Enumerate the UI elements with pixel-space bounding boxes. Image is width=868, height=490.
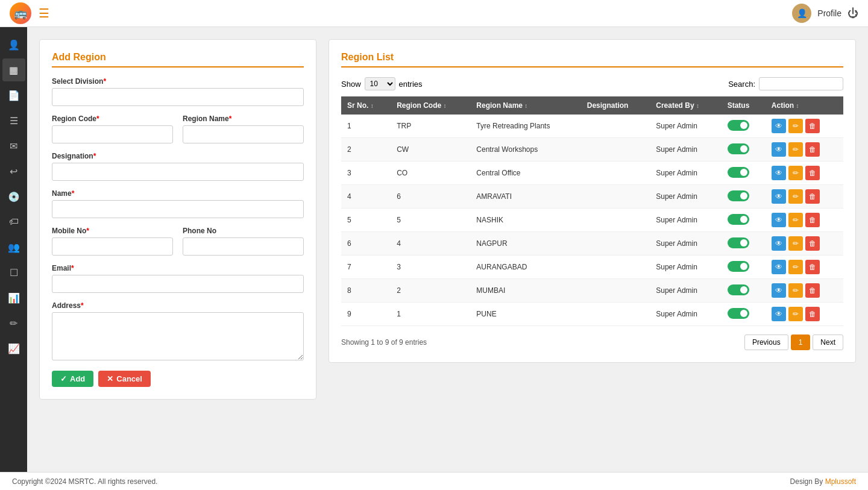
sidebar-item-chart[interactable]: 📊 bbox=[2, 286, 25, 309]
content-row: Add Region Select Division* Region Code*… bbox=[39, 39, 856, 400]
cell-code: 6 bbox=[391, 185, 470, 209]
check-icon: ✓ bbox=[60, 374, 67, 383]
cell-designation bbox=[581, 303, 650, 326]
power-icon[interactable]: ⏻ bbox=[848, 7, 858, 20]
cell-code: CO bbox=[391, 162, 470, 185]
cell-status bbox=[722, 138, 766, 162]
action-btns: 👁 ✏ 🗑 bbox=[772, 119, 837, 133]
cell-sr: 9 bbox=[341, 303, 391, 326]
mobile-no-input[interactable] bbox=[52, 237, 173, 256]
email-input[interactable] bbox=[52, 275, 304, 293]
view-button[interactable]: 👁 bbox=[772, 166, 786, 180]
status-toggle[interactable] bbox=[728, 237, 749, 248]
status-toggle[interactable] bbox=[728, 120, 749, 131]
view-button[interactable]: 👁 bbox=[772, 213, 786, 227]
sidebar-item-tag[interactable]: 🏷 bbox=[2, 210, 25, 233]
sidebar-item-back[interactable]: ↩ bbox=[2, 160, 25, 183]
name-input[interactable] bbox=[52, 200, 304, 218]
edit-button[interactable]: ✏ bbox=[788, 189, 803, 204]
select-division-input[interactable] bbox=[52, 88, 304, 106]
delete-button[interactable]: 🗑 bbox=[805, 166, 820, 180]
view-button[interactable]: 👁 bbox=[772, 260, 786, 274]
edit-button[interactable]: ✏ bbox=[788, 166, 803, 180]
view-button[interactable]: 👁 bbox=[772, 236, 786, 251]
status-toggle[interactable] bbox=[728, 167, 749, 178]
delete-button[interactable]: 🗑 bbox=[805, 119, 820, 133]
sidebar-item-grid[interactable]: ▦ bbox=[2, 58, 25, 81]
delete-button[interactable]: 🗑 bbox=[805, 189, 820, 204]
status-toggle[interactable] bbox=[728, 261, 749, 272]
sidebar-item-edit[interactable]: ✏ bbox=[2, 312, 25, 335]
table-row: 5 5 NASHIK Super Admin 👁 ✏ 🗑 bbox=[341, 209, 843, 232]
sidebar-item-barchart[interactable]: 📈 bbox=[2, 337, 25, 360]
sidebar-item-box[interactable]: ☐ bbox=[2, 261, 25, 284]
sidebar-item-list[interactable]: ☰ bbox=[2, 109, 25, 132]
sidebar-item-doc[interactable]: 📄 bbox=[2, 84, 25, 107]
cell-name: NAGPUR bbox=[470, 232, 580, 256]
cell-designation bbox=[581, 138, 650, 162]
add-button[interactable]: ✓ Add bbox=[52, 371, 93, 387]
sidebar-item-users[interactable]: 👥 bbox=[2, 236, 25, 259]
table-header: Sr No. ↕ Region Code ↕ Region Name ↕ Des… bbox=[341, 96, 843, 115]
region-name-input[interactable] bbox=[183, 125, 304, 143]
design-by-link[interactable]: Mplussoft bbox=[825, 477, 856, 486]
hamburger-icon[interactable]: ☰ bbox=[39, 6, 49, 20]
view-button[interactable]: 👁 bbox=[772, 189, 786, 204]
delete-button[interactable]: 🗑 bbox=[805, 236, 820, 251]
mobile-phone-row: Mobile No* Phone No bbox=[52, 227, 304, 264]
action-btns: 👁 ✏ 🗑 bbox=[772, 142, 837, 157]
phone-no-input[interactable] bbox=[183, 237, 304, 256]
profile-link[interactable]: Profile bbox=[817, 8, 841, 18]
view-button[interactable]: 👁 bbox=[772, 119, 786, 133]
cell-status bbox=[722, 256, 766, 279]
cell-status bbox=[722, 209, 766, 232]
action-btns: 👁 ✏ 🗑 bbox=[772, 260, 837, 274]
edit-button[interactable]: ✏ bbox=[788, 213, 803, 227]
status-toggle[interactable] bbox=[728, 284, 749, 295]
cell-sr: 1 bbox=[341, 115, 391, 138]
view-button[interactable]: 👁 bbox=[772, 142, 786, 157]
delete-button[interactable]: 🗑 bbox=[805, 307, 820, 321]
next-button[interactable]: Next bbox=[813, 335, 843, 350]
status-toggle[interactable] bbox=[728, 308, 749, 319]
delete-button[interactable]: 🗑 bbox=[805, 283, 820, 298]
view-button[interactable]: 👁 bbox=[772, 307, 786, 321]
sidebar-item-disk[interactable]: 💿 bbox=[2, 185, 25, 208]
cancel-button[interactable]: ✕ Cancel bbox=[98, 371, 151, 387]
edit-button[interactable]: ✏ bbox=[788, 119, 803, 133]
page-1-button[interactable]: 1 bbox=[791, 335, 811, 350]
edit-button[interactable]: ✏ bbox=[788, 260, 803, 274]
search-input[interactable] bbox=[759, 77, 843, 90]
col-action: Action ↕ bbox=[766, 96, 843, 115]
previous-button[interactable]: Previous bbox=[744, 335, 788, 350]
region-code-input[interactable] bbox=[52, 125, 173, 143]
edit-button[interactable]: ✏ bbox=[788, 236, 803, 251]
table-row: 4 6 AMRAVATI Super Admin 👁 ✏ 🗑 bbox=[341, 185, 843, 209]
address-input[interactable] bbox=[52, 312, 304, 360]
edit-button[interactable]: ✏ bbox=[788, 283, 803, 298]
view-button[interactable]: 👁 bbox=[772, 283, 786, 298]
edit-button[interactable]: ✏ bbox=[788, 142, 803, 157]
sidebar-item-mail[interactable]: ✉ bbox=[2, 134, 25, 157]
delete-button[interactable]: 🗑 bbox=[805, 142, 820, 157]
status-toggle[interactable] bbox=[728, 214, 749, 225]
col-name: Region Name ↕ bbox=[470, 96, 580, 115]
status-toggle[interactable] bbox=[728, 143, 749, 154]
edit-button[interactable]: ✏ bbox=[788, 307, 803, 321]
cell-name: MUMBAI bbox=[470, 279, 580, 303]
add-region-title: Add Region bbox=[52, 52, 304, 68]
status-toggle[interactable] bbox=[728, 190, 749, 201]
cell-designation bbox=[581, 256, 650, 279]
cell-action: 👁 ✏ 🗑 bbox=[766, 185, 843, 209]
delete-button[interactable]: 🗑 bbox=[805, 213, 820, 227]
delete-button[interactable]: 🗑 bbox=[805, 260, 820, 274]
designation-input[interactable] bbox=[52, 163, 304, 181]
table-row: 8 2 MUMBAI Super Admin 👁 ✏ 🗑 bbox=[341, 279, 843, 303]
mobile-no-label: Mobile No* bbox=[52, 227, 173, 235]
name-label: Name* bbox=[52, 189, 304, 198]
entries-select[interactable]: 10 25 50 100 bbox=[365, 77, 395, 90]
sidebar-item-person[interactable]: 👤 bbox=[2, 33, 25, 56]
cell-status bbox=[722, 279, 766, 303]
cell-code: 2 bbox=[391, 279, 470, 303]
topnav-right: 👤 Profile ⏻ bbox=[792, 4, 858, 23]
